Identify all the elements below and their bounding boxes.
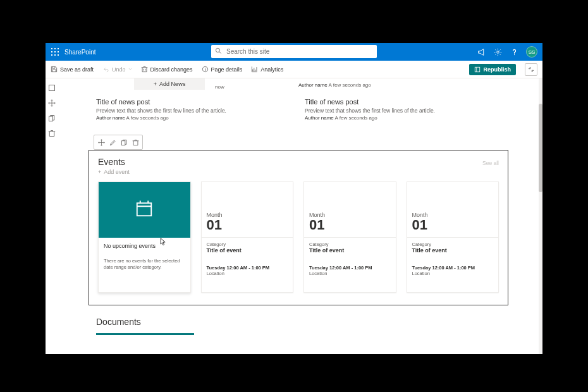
event-category: Category <box>412 242 494 247</box>
discard-button[interactable]: Discard changes <box>141 66 193 73</box>
edit-rail <box>46 78 58 354</box>
undo-button[interactable]: Undo <box>102 66 132 73</box>
edit-webpart-button[interactable] <box>107 137 118 148</box>
page-details-button[interactable]: Page details <box>202 66 243 73</box>
event-day: 01 <box>309 218 391 232</box>
event-title: Title of event <box>309 247 391 254</box>
event-card[interactable]: Month 01 Category Title of event Tuesday… <box>407 181 499 293</box>
news-post-ts: A few seconds ago <box>335 115 377 121</box>
news-author: Author name <box>298 82 328 88</box>
news-post-ts: A few seconds ago <box>126 115 169 121</box>
add-event-label: Add event <box>104 169 130 175</box>
news-post-author: Author name <box>96 115 125 121</box>
canvas: + Add News now Author name A few seconds… <box>58 78 539 354</box>
brand-label: SharePoint <box>64 49 95 56</box>
news-post-author: Author name <box>305 115 334 121</box>
event-category: Category <box>309 242 391 247</box>
svg-rect-3 <box>51 51 52 52</box>
search-wrapper <box>211 45 377 58</box>
event-time: Tuesday 12:00 AM - 1:00 PM <box>309 265 391 271</box>
collapse-button[interactable] <box>525 63 537 76</box>
event-category: Category <box>207 242 288 247</box>
republish-icon <box>474 66 481 73</box>
news-post-preview: Preview text that shows the first few li… <box>96 107 292 114</box>
news-timestamp-now: now <box>205 82 224 90</box>
event-title: Title of event <box>207 247 288 254</box>
documents-title: Documents <box>96 317 501 327</box>
page-details-label: Page details <box>211 66 243 73</box>
suite-bar: SharePoint SS <box>46 43 542 61</box>
documents-tab-indicator <box>96 333 194 335</box>
documents-webpart: Documents <box>96 317 501 335</box>
svg-point-9 <box>216 48 219 52</box>
scrollbar-thumb[interactable] <box>539 104 542 192</box>
search-icon <box>215 47 222 56</box>
scrollbar-track[interactable] <box>539 78 542 354</box>
svg-point-11 <box>496 51 499 53</box>
events-see-all[interactable]: See all <box>482 160 499 166</box>
event-location: Location <box>309 271 391 276</box>
add-news-label: Add News <box>159 81 185 87</box>
event-time: Tuesday 12:00 AM - 1:00 PM <box>207 265 288 271</box>
page-body: + Add News now Author name A few seconds… <box>46 78 542 354</box>
webpart-toolbar <box>94 135 143 150</box>
plus-icon: + <box>154 81 157 87</box>
event-day: 01 <box>207 218 288 232</box>
events-title: Events <box>98 157 125 167</box>
app-launcher-icon[interactable] <box>51 47 59 56</box>
chevron-down-icon <box>128 66 132 73</box>
news-post-title: Title of news post <box>305 98 501 106</box>
news-post[interactable]: Title of news post Preview text that sho… <box>305 98 501 121</box>
svg-rect-1 <box>54 48 56 49</box>
svg-rect-8 <box>58 54 59 56</box>
event-time: Tuesday 12:00 AM - 1:00 PM <box>412 265 494 271</box>
save-draft-label: Save as draft <box>60 66 94 73</box>
republish-label: Republish <box>483 66 511 73</box>
event-title: Title of event <box>412 247 494 254</box>
svg-line-10 <box>219 52 221 54</box>
event-card[interactable]: Month 01 Category Title of event Tuesday… <box>201 181 294 293</box>
undo-label: Undo <box>112 66 126 73</box>
svg-rect-14 <box>49 85 55 91</box>
news-post-title: Title of news post <box>96 98 292 106</box>
command-bar: Save as draft Undo Discard changes Page … <box>46 61 542 78</box>
event-day: 01 <box>412 218 494 232</box>
news-post[interactable]: Title of news post Preview text that sho… <box>96 98 292 121</box>
event-card[interactable]: Month 01 Category Title of event Tuesday… <box>303 181 396 293</box>
analytics-button[interactable]: Analytics <box>251 66 283 73</box>
gear-icon[interactable] <box>493 47 502 56</box>
duplicate-webpart-button[interactable] <box>118 137 130 148</box>
collapse-icon <box>528 66 534 73</box>
section-icon[interactable] <box>47 83 56 92</box>
move-webpart-button[interactable] <box>95 137 107 148</box>
svg-rect-13 <box>475 67 481 72</box>
help-icon[interactable] <box>510 47 518 56</box>
search-input[interactable] <box>211 45 377 58</box>
svg-rect-16 <box>121 140 125 145</box>
empty-events-title: No upcoming events <box>104 243 185 249</box>
delete-icon[interactable] <box>47 129 56 138</box>
app-window: SharePoint SS Save as draft <box>46 43 542 354</box>
svg-rect-15 <box>49 116 53 121</box>
republish-button[interactable]: Republish <box>469 64 516 75</box>
add-news-button[interactable]: + Add News <box>134 78 205 90</box>
svg-rect-2 <box>58 48 59 49</box>
save-draft-button[interactable]: Save as draft <box>51 66 94 73</box>
megaphone-icon[interactable] <box>477 47 486 56</box>
svg-rect-7 <box>54 54 56 56</box>
events-webpart: Events See all + Add event <box>89 150 508 305</box>
news-post-preview: Preview text that shows the first few li… <box>305 107 501 114</box>
copy-icon[interactable] <box>47 114 56 123</box>
empty-events-text: There are no events for the selected dat… <box>104 258 185 271</box>
analytics-label: Analytics <box>260 66 283 73</box>
svg-rect-17 <box>137 203 152 216</box>
add-event-button[interactable]: + Add event <box>98 169 499 175</box>
svg-rect-0 <box>51 48 52 49</box>
news-ts: A few seconds ago <box>329 82 371 88</box>
event-card-empty: No upcoming events There are no events f… <box>98 181 191 293</box>
svg-rect-6 <box>51 54 52 56</box>
delete-webpart-button[interactable] <box>130 137 141 148</box>
move-icon[interactable] <box>47 99 56 107</box>
avatar[interactable]: SS <box>526 46 537 58</box>
calendar-icon <box>135 199 154 221</box>
